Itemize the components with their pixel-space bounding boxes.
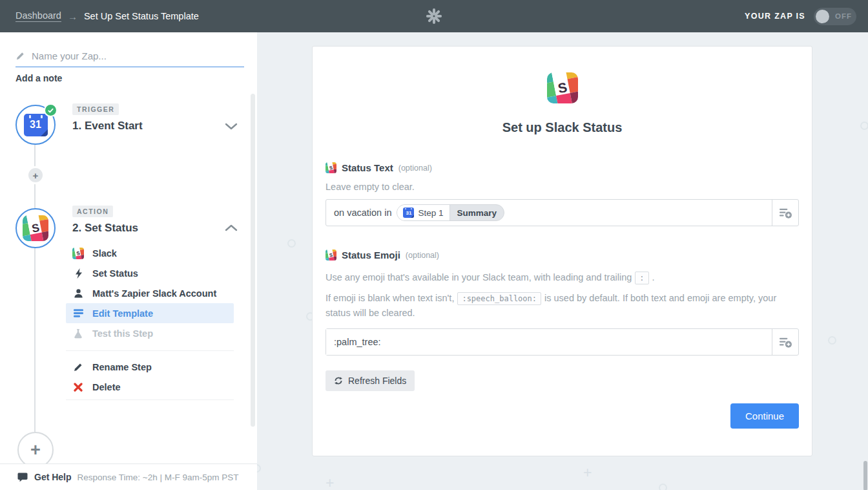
help-footer: Get Help Response Time: ~2h | M-F 9am-5p… xyxy=(0,463,257,490)
card-title: Set up Slack Status xyxy=(326,120,799,135)
response-time-text: Response Time: ~2h | M-F 9am-5pm PST xyxy=(78,473,239,482)
toggle-off-label: OFF xyxy=(835,12,852,20)
insert-field-icon xyxy=(779,206,792,219)
action-step-circle[interactable] xyxy=(16,208,56,248)
setup-card: Set up Slack Status Status Text (optiona… xyxy=(312,46,812,456)
slack-icon xyxy=(71,248,85,259)
zap-status-label: YOUR ZAP IS xyxy=(745,12,805,21)
slack-logo xyxy=(547,72,578,103)
mapped-field-pill[interactable]: 31 Step 1 Summary xyxy=(397,204,504,221)
background-pattern xyxy=(659,484,667,490)
sidebar-item-account[interactable]: Matt's Zapier Slack Account xyxy=(66,283,234,303)
status-text-label: Status Text xyxy=(342,162,393,173)
add-step-button[interactable]: + xyxy=(17,432,54,468)
flask-icon xyxy=(71,328,85,339)
action-badge: ACTION xyxy=(72,206,113,217)
zap-name-input[interactable] xyxy=(30,50,244,62)
sidebar-scrollbar[interactable] xyxy=(251,94,255,427)
sidebar-item-slack-app[interactable]: Slack xyxy=(66,243,234,263)
breadcrumb-dashboard-link[interactable]: Dashboard xyxy=(16,10,61,22)
code-chip: :speech_balloon: xyxy=(457,292,541,305)
status-emoji-field[interactable] xyxy=(326,328,799,356)
sidebar-item-edit-template[interactable]: Edit Template xyxy=(66,303,234,323)
add-step-between-button[interactable]: + xyxy=(28,168,43,182)
slack-icon xyxy=(326,250,336,261)
editor-canvas: + + Set up Slack Status Status Text (opt… xyxy=(257,32,868,490)
sidebar-item-rename-step[interactable]: Rename Step xyxy=(66,357,234,377)
background-pattern xyxy=(828,336,836,345)
zap-name-field[interactable] xyxy=(16,50,244,67)
chevron-down-icon[interactable] xyxy=(225,123,238,130)
slack-logo xyxy=(23,215,48,241)
trigger-step-title[interactable]: 1. Event Start xyxy=(72,120,143,133)
insert-field-button[interactable] xyxy=(772,200,798,226)
pill-step-label: Step 1 xyxy=(418,208,443,218)
step-complete-check-icon xyxy=(44,103,57,117)
page-scrollbar[interactable] xyxy=(863,461,867,490)
continue-button[interactable]: Continue xyxy=(730,403,799,429)
zapier-logo-icon[interactable] xyxy=(426,8,442,25)
add-note-link[interactable]: Add a note xyxy=(16,73,62,83)
status-text-input[interactable]: on vacation in 31 Step 1 Summary xyxy=(326,199,799,226)
pencil-icon xyxy=(71,362,85,372)
status-emoji-help-1: Use any emoji that's available in your S… xyxy=(326,270,799,285)
breadcrumb: Dashboard → Set Up Set Status Template xyxy=(16,10,199,22)
topbar: Dashboard → Set Up Set Status Template Y… xyxy=(0,0,868,32)
page-title: Set Up Set Status Template xyxy=(84,11,199,21)
step-rail xyxy=(34,145,36,432)
status-text-label-row: Status Text (optional) xyxy=(326,162,799,173)
bolt-icon xyxy=(71,268,85,279)
status-emoji-help-2: If emoji is blank when text isn't,:speec… xyxy=(326,291,799,320)
background-pattern xyxy=(257,464,261,473)
sidebar-item-set-status[interactable]: Set Status xyxy=(66,263,234,283)
pill-field-label: Summary xyxy=(450,205,504,220)
status-emoji-label-row: Status Emoji (optional) xyxy=(326,250,799,261)
optional-tag: (optional) xyxy=(398,164,432,173)
person-icon xyxy=(71,288,85,299)
list-icon xyxy=(71,308,85,319)
trigger-step-circle[interactable]: 31 xyxy=(16,105,56,145)
speech-bubble-icon xyxy=(17,472,28,482)
action-step-title[interactable]: 2. Set Status xyxy=(72,222,138,235)
chevron-up-icon[interactable] xyxy=(225,224,238,231)
background-pattern: + xyxy=(583,465,592,480)
insert-field-button[interactable] xyxy=(772,329,798,355)
zap-editor-sidebar: Add a note 31 TRIGGER 1. Event Start + A… xyxy=(0,32,257,490)
refresh-icon xyxy=(334,376,343,385)
sidebar-divider xyxy=(66,350,234,351)
zap-on-off-toggle[interactable]: OFF xyxy=(814,8,856,25)
sidebar-item-delete[interactable]: Delete xyxy=(66,377,234,397)
code-chip: : xyxy=(635,272,648,284)
sidebar-item-test-step[interactable]: Test this Step xyxy=(66,323,234,343)
optional-tag: (optional) xyxy=(406,251,439,260)
breadcrumb-arrow-icon: → xyxy=(68,11,78,22)
background-pattern: + xyxy=(326,476,334,490)
insert-field-icon xyxy=(779,336,792,348)
google-calendar-icon: 31 xyxy=(24,114,48,136)
status-emoji-label: Status Emoji xyxy=(342,250,400,261)
get-help-link[interactable]: Get Help xyxy=(34,472,72,482)
status-text-value: on vacation in xyxy=(334,208,391,218)
background-pattern xyxy=(860,122,868,130)
background-pattern xyxy=(287,239,296,248)
sidebar-divider xyxy=(66,399,234,400)
status-text-help: Leave empty to clear. xyxy=(326,182,799,192)
x-icon xyxy=(71,383,85,392)
refresh-fields-button[interactable]: Refresh Fields xyxy=(326,370,415,391)
zap-status: YOUR ZAP IS OFF xyxy=(745,0,856,32)
pencil-icon xyxy=(16,51,25,61)
slack-icon xyxy=(326,162,336,173)
status-emoji-input[interactable] xyxy=(326,329,772,355)
trigger-badge: TRIGGER xyxy=(72,103,119,115)
toggle-knob[interactable] xyxy=(816,10,829,23)
google-calendar-icon: 31 xyxy=(403,208,414,218)
